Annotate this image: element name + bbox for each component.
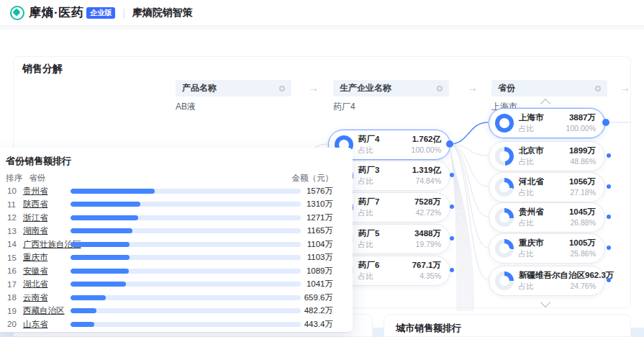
filter-value: 药厂4 bbox=[333, 101, 449, 113]
node-name: 河北省 bbox=[519, 176, 544, 187]
province-node[interactable]: 上海市3887万 占比100.00% bbox=[489, 108, 605, 138]
ranking-row: 16 安徽省 1089万 bbox=[0, 264, 353, 278]
ranking-row: 10 贵州省 1576万 bbox=[0, 184, 353, 198]
node-share: 25.86% bbox=[570, 249, 596, 258]
ranking-row: 15 重庆市 1103万 bbox=[0, 251, 353, 265]
amount-bar bbox=[71, 215, 301, 220]
amount-bar-fill bbox=[71, 295, 106, 300]
node-name: 上海市 bbox=[519, 112, 544, 123]
amount-bar bbox=[71, 189, 301, 194]
donut-chart-icon bbox=[495, 147, 514, 166]
province-link[interactable]: 贵州省 bbox=[23, 186, 71, 197]
filter-target-icon[interactable] bbox=[279, 86, 285, 91]
node-share: 42.72% bbox=[415, 208, 441, 217]
province-link[interactable]: 云南省 bbox=[23, 292, 71, 303]
share-label: 占比 bbox=[519, 188, 534, 198]
filter-label: 省份 bbox=[498, 82, 515, 94]
amount-column-header: 金额（元） bbox=[292, 173, 334, 184]
node-info: 北京市1899万 占比48.86% bbox=[519, 145, 596, 167]
rank-cell: 10 bbox=[6, 187, 23, 195]
filter-chip[interactable]: 省份 bbox=[491, 80, 607, 96]
filter-label: 产品名称 bbox=[182, 82, 217, 94]
province-link[interactable]: 山东省 bbox=[23, 319, 71, 330]
rank-cell: 15 bbox=[6, 253, 23, 262]
node-info: 新疆维吾尔自治区962.3万 占比24.76% bbox=[519, 270, 596, 292]
node-name: 贵州省 bbox=[519, 207, 544, 217]
node-share: 19.79% bbox=[415, 240, 441, 248]
amount-bar bbox=[71, 202, 301, 207]
province-link[interactable]: 陕西省 bbox=[23, 199, 71, 210]
share-label: 占比 bbox=[519, 157, 534, 167]
ranking-row: 18 云南省 659.6万 bbox=[0, 291, 353, 305]
rank-cell: 16 bbox=[6, 266, 23, 275]
amount-bar-fill bbox=[71, 202, 140, 207]
province-link[interactable]: 安徽省 bbox=[23, 266, 71, 277]
amount-bar bbox=[71, 295, 301, 300]
province-link[interactable]: 湖南省 bbox=[23, 225, 71, 236]
node-name: 药厂5 bbox=[358, 228, 379, 239]
amount-cell: 1103万 bbox=[301, 252, 333, 263]
amount-bar-fill bbox=[71, 282, 126, 287]
node-value: 7528万 bbox=[414, 197, 441, 207]
province-node[interactable]: 北京市1899万 占比48.86% bbox=[489, 141, 605, 171]
amount-bar-fill bbox=[71, 269, 129, 274]
share-label: 占比 bbox=[358, 176, 373, 187]
rank-cell: 12 bbox=[6, 213, 23, 222]
province-link[interactable]: 广西壮族自治区 bbox=[23, 239, 71, 250]
ranking-row: 12 浙江省 1271万 bbox=[0, 211, 353, 225]
chevron-down-icon[interactable] bbox=[540, 297, 550, 307]
node-share: 24.76% bbox=[570, 282, 596, 290]
node-info: 河北省1056万 占比27.18% bbox=[519, 176, 596, 198]
donut-chart-icon bbox=[495, 178, 514, 197]
province-node[interactable]: 贵州省1045万 占比26.88% bbox=[489, 202, 605, 233]
rank-cell: 20 bbox=[6, 320, 23, 328]
node-share: 48.86% bbox=[570, 157, 596, 166]
filter-column: 产品名称 AB液 bbox=[176, 80, 291, 113]
share-label: 占比 bbox=[358, 208, 373, 218]
node-info: 药厂77528万 占比42.72% bbox=[358, 197, 441, 218]
amount-cell: 443.4万 bbox=[301, 319, 333, 330]
flow-arrow-icon: → bbox=[467, 81, 478, 94]
city-ranking-title: 城市销售额排行 bbox=[396, 322, 461, 335]
province-link[interactable]: 西藏自治区 bbox=[23, 305, 71, 316]
logo-text: 摩熵·医药 bbox=[29, 4, 83, 21]
node-value: 1056万 bbox=[569, 176, 596, 187]
city-ranking-card: 城市销售额排行 bbox=[384, 314, 631, 337]
ranking-row: 17 湖北省 1041万 bbox=[0, 278, 353, 292]
filter-chip[interactable]: 产品名称 bbox=[176, 80, 291, 96]
province-link[interactable]: 浙江省 bbox=[23, 212, 71, 223]
amount-bar bbox=[71, 308, 301, 313]
filter-column: 生产企业名称 药厂4 bbox=[333, 80, 449, 113]
amount-cell: 1271万 bbox=[301, 212, 333, 223]
rank-column-header: 排序 bbox=[6, 173, 22, 184]
amount-bar-fill bbox=[71, 308, 96, 313]
node-share: 27.18% bbox=[570, 188, 596, 197]
province-node[interactable]: 重庆市1005万 占比25.86% bbox=[489, 233, 605, 264]
node-value: 3488万 bbox=[414, 228, 441, 239]
amount-cell: 482.2万 bbox=[301, 305, 333, 316]
node-value: 1045万 bbox=[569, 207, 596, 217]
ranking-rows: 10 贵州省 1576万 11 陕西省 1310万 12 浙江省 1271万 1… bbox=[0, 184, 353, 331]
node-value: 1.762亿 bbox=[412, 134, 441, 145]
node-share: 26.88% bbox=[570, 218, 596, 227]
filter-target-icon[interactable] bbox=[437, 86, 443, 91]
filter-target-icon[interactable] bbox=[595, 86, 601, 91]
app-header: 摩熵·医药 企业版 | 摩熵院销智策 bbox=[0, 0, 644, 26]
province-link[interactable]: 重庆市 bbox=[23, 252, 71, 263]
rank-cell: 11 bbox=[6, 200, 23, 209]
amount-bar-fill bbox=[71, 322, 94, 327]
rank-cell: 17 bbox=[6, 280, 23, 289]
province-link[interactable]: 湖北省 bbox=[23, 279, 71, 289]
province-ranking-panel: 省份销售额排行 排序 省份 金额（元） 10 贵州省 1576万 11 陕西省 … bbox=[0, 148, 353, 333]
province-node[interactable]: 河北省1056万 占比27.18% bbox=[489, 172, 605, 202]
province-node[interactable]: 新疆维吾尔自治区962.3万 占比24.76% bbox=[489, 266, 605, 296]
node-value: 1.319亿 bbox=[412, 165, 441, 176]
filter-chip[interactable]: 生产企业名称 bbox=[333, 80, 449, 96]
ranking-row: 14 广西壮族自治区 1104万 bbox=[0, 238, 353, 251]
share-label: 占比 bbox=[519, 218, 534, 228]
amount-cell: 659.6万 bbox=[301, 292, 333, 303]
node-share: 74.84% bbox=[415, 176, 441, 185]
node-name: 北京市 bbox=[519, 145, 544, 156]
rank-cell: 13 bbox=[6, 227, 23, 235]
node-info: 药厂6767.1万 占比4.35% bbox=[358, 260, 441, 282]
